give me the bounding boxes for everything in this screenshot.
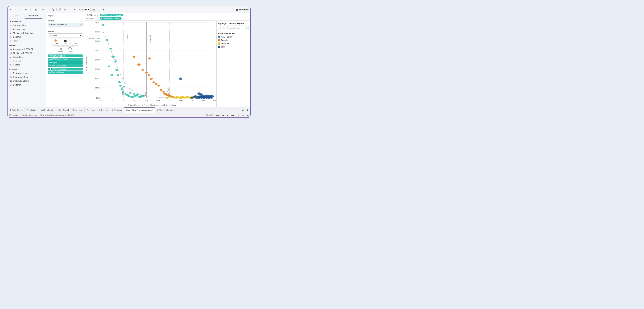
- view-grid-icon[interactable]: ▣: [247, 114, 249, 116]
- low-dot: [218, 46, 220, 48]
- country-region-pill[interactable]: ⊕ Country/Region: [48, 54, 83, 57]
- highlight-icon[interactable]: 🖊: [58, 7, 62, 12]
- save-icon[interactable]: □: [29, 7, 34, 12]
- chart-svg-container: GDP per Capita: [85, 21, 216, 107]
- reference-line-item[interactable]: ≡ Reference Line: [8, 71, 46, 75]
- highlight-title: Highlight Country/Region: [218, 22, 249, 25]
- tab-expand-icon[interactable]: ⬆: [247, 109, 249, 112]
- back-icon[interactable]: ←: [14, 7, 18, 12]
- chart-plot[interactable]: $80K $70K $60K $50K $40K $30K $20K $10K …: [88, 21, 216, 103]
- undo-icon[interactable]: ↩: [24, 7, 28, 12]
- device-icon[interactable]: □: [96, 7, 101, 12]
- population-label: Population: [27, 109, 36, 111]
- share-icon[interactable]: ⊕: [102, 7, 106, 12]
- label-btn[interactable]: T Label: [70, 38, 79, 45]
- nav-fwd-icon[interactable]: ▶: [227, 114, 228, 116]
- box-plot-summarize-item[interactable]: ☐ Box Plot: [8, 35, 46, 39]
- nav-prev-icon[interactable]: ◀◀: [216, 114, 219, 116]
- cluster-item[interactable]: ⊛ Cluster: [8, 63, 46, 67]
- median-95ci-icon: ⊞: [10, 52, 12, 54]
- rows-icon: ≡≡≡: [86, 17, 89, 19]
- filter-ease-business[interactable]: Ease of Business (cl... ×: [48, 22, 83, 26]
- totals-item: Σ Totals: [8, 39, 46, 43]
- distribution-band-item[interactable]: ⊠ Distribution Band: [8, 79, 46, 83]
- group-icon[interactable]: ⊛: [63, 7, 67, 12]
- columns-shelf: ⦿⦿⦿ Columns AVG(Ease of Business): [86, 13, 249, 17]
- very-friendly-label: Very Friendly: [221, 36, 232, 38]
- forecast-item: ☼ Forecast: [8, 59, 46, 63]
- tab-global-indicators[interactable]: ⊞ Global Indicators: [155, 107, 176, 113]
- view-tile-icon[interactable]: ⊞: [242, 114, 244, 116]
- nav-back-icon[interactable]: ◀: [222, 114, 224, 116]
- ease-business-pill[interactable]: ⊞ Ease of Busine...: [48, 71, 83, 74]
- trend-line-item[interactable]: ↗ Trend Line: [8, 55, 46, 59]
- svg-point-67: [108, 65, 110, 67]
- label-icon[interactable]: T: [68, 7, 72, 12]
- box-plot-custom-item[interactable]: ☐ Box Plot: [8, 83, 46, 87]
- avg-ease-icon: ⊕: [49, 58, 51, 60]
- tab-tourism[interactable]: ⊞ Tourism: [97, 107, 110, 113]
- tab-health-indicators[interactable]: Health Indicators: [38, 107, 56, 113]
- size-btn[interactable]: ⬤ Size: [61, 38, 70, 45]
- swap-icon[interactable]: ⇄: [41, 7, 45, 12]
- size-label: Size: [64, 43, 67, 45]
- median-quartiles-icon: ≡: [10, 32, 12, 34]
- tab-ease-biz[interactable]: Ease of Biz Correlation Sheet: [124, 107, 155, 113]
- columns-pill[interactable]: AVG(Ease of Business): [100, 14, 123, 16]
- format-icon[interactable]: ▤: [92, 7, 96, 12]
- filter-remove-icon[interactable]: ×: [80, 23, 81, 26]
- mark-type-label: Circle: [52, 34, 57, 37]
- tab-analytics[interactable]: Analytics: [25, 13, 42, 18]
- median-quartiles-item[interactable]: ≡ Median with Quartiles: [8, 31, 46, 35]
- marks-buttons-row1: 🎨 Color ⬤ Size T Label: [48, 38, 83, 45]
- constant-line-item[interactable]: ≡ Constant Line: [8, 23, 46, 27]
- menu-icon[interactable]: ⚙: [9, 7, 13, 12]
- avg-ease-biz-pill[interactable]: ⊕ AVG(Ease of Busi...: [48, 58, 83, 61]
- tab-data-source[interactable]: 🗄 Data Source: [8, 107, 25, 113]
- region-pill[interactable]: ⊕ Region: [48, 61, 83, 64]
- svg-point-71: [137, 63, 141, 66]
- legend-search[interactable]: Highlight Country/Region 🔍: [218, 27, 249, 30]
- tab-economy[interactable]: Economy: [85, 107, 97, 113]
- detail-btn[interactable]: ⊞ Detail: [56, 46, 65, 54]
- tab-new-icon[interactable]: ⊕: [242, 109, 244, 112]
- fit-width-dropdown[interactable]: Fit Width ▾: [78, 8, 90, 11]
- svg-point-47: [118, 81, 120, 83]
- svg-point-69: [123, 86, 126, 87]
- svg-point-135: [194, 95, 197, 97]
- ease-biz-label: Ease of Busine...: [52, 71, 66, 73]
- mark-type-select[interactable]: ○ Circle ▾: [48, 33, 83, 37]
- tab-data[interactable]: Data: [8, 13, 25, 18]
- svg-point-107: [185, 96, 188, 98]
- tab-population[interactable]: Population: [25, 107, 38, 113]
- model-header: Model: [8, 43, 46, 47]
- show-me-button[interactable]: ▦ Show Me: [236, 8, 248, 11]
- reference-band-item[interactable]: ⊟ Reference Band: [8, 75, 46, 79]
- country-region-icon: ⊕: [49, 55, 51, 57]
- avg-population-2-pill[interactable]: 💬 AVG(Population...: [48, 68, 83, 70]
- tab-care-spend[interactable]: Care Spend: [56, 107, 71, 113]
- svg-text:$40K: $40K: [94, 59, 100, 61]
- average-line-item[interactable]: ≡ Average Line: [8, 27, 46, 31]
- color-btn[interactable]: 🎨 Color: [52, 38, 60, 45]
- moderate-label: Moderate: [221, 42, 229, 45]
- moderate-dot: [218, 42, 220, 45]
- sort2-icon[interactable]: ⇅: [51, 7, 55, 12]
- svg-point-75: [150, 78, 152, 80]
- rows-pill[interactable]: AVG(GDP per Capita): [100, 17, 122, 20]
- view-list-icon[interactable]: ⊟: [238, 114, 239, 116]
- avg-population-1-pill[interactable]: 💬 AVG(Population...: [48, 64, 83, 67]
- tab-sort-icon[interactable]: ↕: [245, 109, 246, 112]
- median-95ci-item[interactable]: ⊞ Median with 95% CI: [8, 51, 46, 55]
- new-ds-icon[interactable]: ⊞: [34, 7, 38, 12]
- forward-icon[interactable]: →: [19, 7, 24, 12]
- nav-last-icon[interactable]: ▶▶: [232, 114, 234, 116]
- panel-collapse-btn[interactable]: ‹: [42, 13, 46, 18]
- detail-icon: ⊞: [60, 47, 62, 50]
- avg-95ci-item[interactable]: ⊞ Average with 95% CI: [8, 47, 46, 51]
- tooltip-icon[interactable]: ✎: [73, 7, 77, 12]
- tab-technology[interactable]: Technology: [71, 107, 85, 113]
- sort-icon[interactable]: ↕: [46, 7, 50, 12]
- tooltip-btn[interactable]: 💬 Tooltip: [66, 46, 74, 54]
- tab-business[interactable]: ⊞ Business: [110, 107, 124, 113]
